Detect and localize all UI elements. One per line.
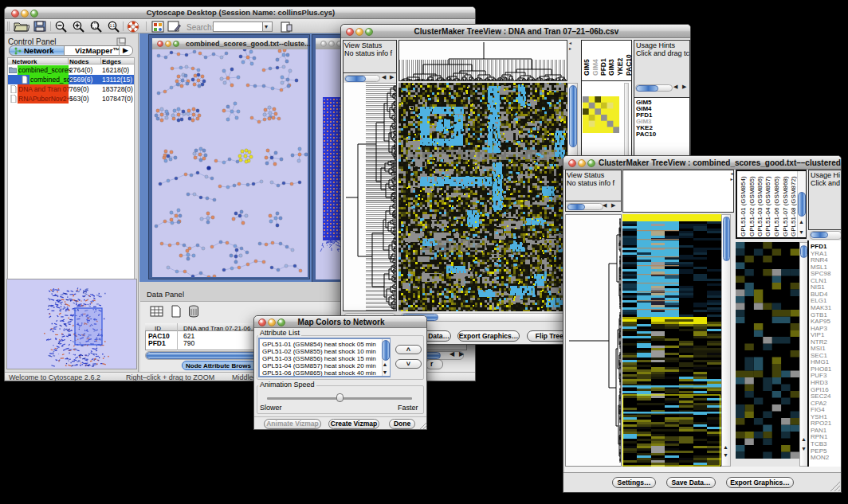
svg-text:1:1: 1:1 <box>110 24 116 28</box>
